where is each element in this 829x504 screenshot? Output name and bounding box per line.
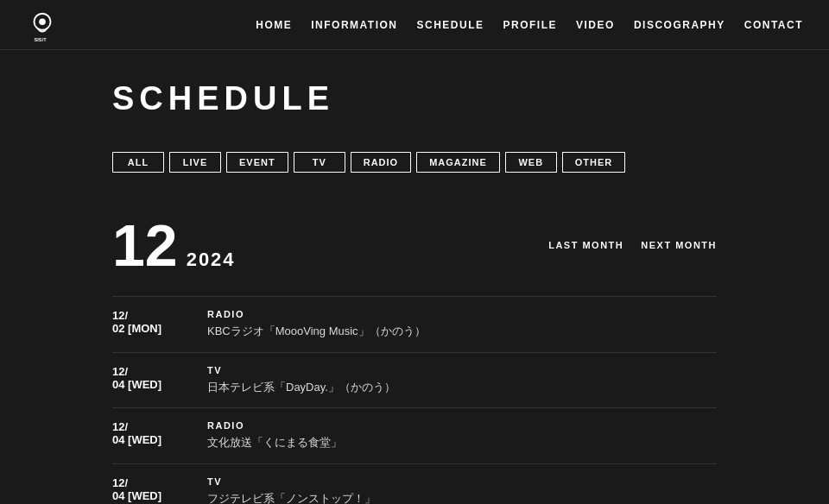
logo[interactable]: SIS/T xyxy=(26,9,59,41)
month-nav: LAST MONTH NEXT MONTH xyxy=(548,240,717,250)
schedule-category-4: TV xyxy=(207,476,717,487)
schedule-date-3: 12/ 04 [WED] xyxy=(112,420,181,446)
date-day-2: 04 [WED] xyxy=(112,378,181,391)
schedule-description-1: KBCラジオ「MoooVing Music」（かのう） xyxy=(207,323,717,340)
nav-contact[interactable]: CONTACT xyxy=(744,19,803,31)
schedule-item-3: 12/ 04 [WED] RADIO 文化放送「くにまる食堂」 xyxy=(112,407,717,463)
schedule-date-2: 12/ 04 [WED] xyxy=(112,365,181,391)
date-day-3: 04 [WED] xyxy=(112,433,181,446)
svg-point-1 xyxy=(39,18,46,25)
date-month-1: 12/ xyxy=(112,309,181,322)
nav-schedule[interactable]: SCHEDULE xyxy=(417,19,484,31)
date-day-1: 02 [MON] xyxy=(112,322,181,335)
schedule-item-4: 12/ 04 [WED] TV フジテレビ系「ノンストップ！」 xyxy=(112,463,717,505)
nav-home[interactable]: HOME xyxy=(256,19,292,31)
schedule-content-4: TV フジテレビ系「ノンストップ！」 xyxy=(207,476,717,505)
filter-tv[interactable]: TV xyxy=(294,152,345,173)
schedule-description-2: 日本テレビ系「DayDay.」（かのう） xyxy=(207,379,717,396)
next-month-button[interactable]: NEXT MONTH xyxy=(641,240,717,250)
filter-all[interactable]: ALL xyxy=(112,152,164,173)
schedule-category-1: RADIO xyxy=(207,309,717,319)
schedule-category-2: TV xyxy=(207,365,717,375)
filter-magazine[interactable]: MAGAZINE xyxy=(416,152,500,173)
schedule-content-3: RADIO 文化放送「くにまる食堂」 xyxy=(207,420,717,451)
filter-live[interactable]: LIVE xyxy=(169,152,221,173)
filter-event[interactable]: EVENT xyxy=(226,152,288,173)
schedule-category-3: RADIO xyxy=(207,420,717,431)
month-year: 2024 xyxy=(187,249,236,271)
logo-icon: SIS/T xyxy=(26,9,59,41)
filter-radio[interactable]: RADIO xyxy=(351,152,411,173)
page-title-section: SCHEDULE xyxy=(0,50,829,135)
page-title: SCHEDULE xyxy=(112,80,717,117)
schedule-content-1: RADIO KBCラジオ「MoooVing Music」（かのう） xyxy=(207,309,717,340)
last-month-button[interactable]: LAST MONTH xyxy=(548,240,623,250)
schedule-date-4: 12/ 04 [WED] xyxy=(112,476,181,502)
date-month-4: 12/ xyxy=(112,476,181,489)
filter-other[interactable]: OTHER xyxy=(562,152,626,173)
nav-profile[interactable]: PROFILE xyxy=(503,19,558,31)
month-number: 12 xyxy=(112,216,178,274)
month-display: 12 2024 xyxy=(112,216,236,274)
date-month-3: 12/ xyxy=(112,420,181,433)
main-nav: HOME INFORMATION SCHEDULE PROFILE VIDEO … xyxy=(256,19,803,31)
schedule-description-4: フジテレビ系「ノンストップ！」 xyxy=(207,490,717,505)
filter-section: ALL LIVE EVENT TV RADIO MAGAZINE WEB OTH… xyxy=(0,135,829,190)
schedule-description-3: 文化放送「くにまる食堂」 xyxy=(207,434,717,451)
nav-information[interactable]: INFORMATION xyxy=(311,19,397,31)
schedule-item-2: 12/ 04 [WED] TV 日本テレビ系「DayDay.」（かのう） xyxy=(112,352,717,408)
schedule-content-2: TV 日本テレビ系「DayDay.」（かのう） xyxy=(207,365,717,396)
svg-text:SIS/T: SIS/T xyxy=(35,37,47,41)
schedule-list: 12/ 02 [MON] RADIO KBCラジオ「MoooVing Music… xyxy=(0,283,829,504)
schedule-item-1: 12/ 02 [MON] RADIO KBCラジオ「MoooVing Music… xyxy=(112,296,717,352)
nav-video[interactable]: VIDEO xyxy=(576,19,615,31)
header: SIS/T HOME INFORMATION SCHEDULE PROFILE … xyxy=(0,0,829,50)
date-day-4: 04 [WED] xyxy=(112,489,181,502)
nav-discography[interactable]: DISCOGRAPHY xyxy=(634,19,725,31)
schedule-date-1: 12/ 02 [MON] xyxy=(112,309,181,335)
filter-web[interactable]: WEB xyxy=(505,152,557,173)
month-section: 12 2024 LAST MONTH NEXT MONTH xyxy=(0,190,829,283)
date-month-2: 12/ xyxy=(112,365,181,378)
